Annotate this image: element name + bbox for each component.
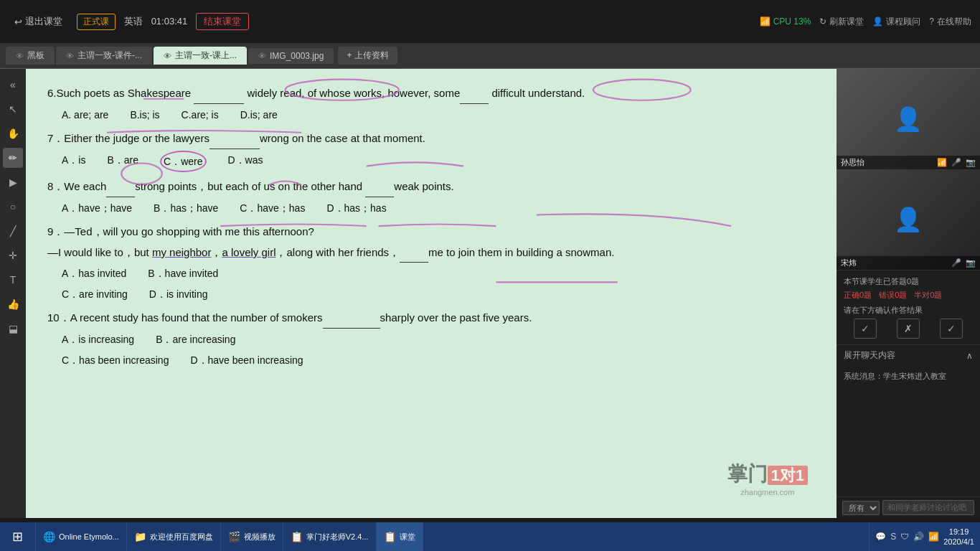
tab-image[interactable]: 👁 IMG_0003.jpg (248, 48, 334, 64)
line-tool-button[interactable]: ╱ (3, 221, 23, 241)
tab-lesson[interactable]: 👁 主谓一致-课上... (154, 47, 247, 65)
left-toolbar: « ↖ ✋ ✏ ▶ ○ ╱ ✛ T 👍 ⬓ (0, 69, 26, 518)
collapse-tool-button[interactable]: « (3, 75, 23, 95)
q10-opt-b: B．are increasing (156, 330, 235, 349)
hand-tool-button[interactable]: ✋ (3, 123, 23, 143)
q10-text: 10．A recent study has found that the num… (47, 308, 815, 329)
end-class-button[interactable]: 结束课堂 (196, 13, 249, 30)
chat-recipient-select[interactable]: 所有 (842, 501, 880, 515)
tab-ppt1[interactable]: 👁 主谓一致-课件-... (56, 47, 152, 65)
q6-opt-b: B.is; is (130, 105, 159, 125)
baidu-icon: 📁 (134, 531, 146, 542)
cursor-tool-button[interactable]: ↖ (3, 99, 23, 119)
tray-time: 19:19 2020/4/1 (943, 527, 974, 547)
q6-options: A. are; are B.is; is C.are; is D.is; are (62, 105, 815, 125)
sougou-icon[interactable]: S (890, 532, 896, 542)
text-tool-button[interactable]: T (3, 270, 23, 290)
mic-icon-student[interactable]: 🎤 (951, 258, 961, 268)
question-9: 9．—Ted，will you go shopping with me this… (47, 222, 815, 303)
network-icon[interactable]: 📶 (928, 532, 939, 542)
q6-opt-a: A. are; are (62, 105, 108, 125)
teacher-video: 👤 孙思怡 📶 🎤 📷 (837, 69, 980, 169)
confirm-half-button[interactable]: ✓ (940, 319, 963, 339)
tab-eye-icon-1: 👁 (66, 52, 74, 60)
move-tool-button[interactable]: ✛ (3, 245, 23, 265)
confirm-correct-button[interactable]: ✓ (854, 319, 877, 339)
student-video-placeholder: 👤 (837, 169, 980, 270)
doc-content: 6.Such poets as Shakespeare widely read,… (47, 83, 815, 369)
signal-icon: 📶 (760, 17, 771, 27)
formal-badge: 正式课 (77, 14, 116, 30)
exit-label: 退出课堂 (25, 15, 62, 28)
q8-opt-b: B．has；have (154, 199, 218, 218)
correct-count: 正确0题 (844, 290, 872, 301)
cam-icon-student[interactable]: 📷 (966, 258, 976, 268)
pen-tool-button[interactable]: ✏ (3, 148, 23, 168)
expand-chat-button[interactable]: 展开聊天内容 ∧ (837, 344, 980, 366)
taskbar-tray: 💬 S 🛡 🔊 📶 19:19 2020/4/1 (869, 522, 980, 551)
q8-opt-c: C．have；has (240, 199, 305, 218)
help-label: 在线帮助 (937, 16, 971, 28)
upload-button[interactable]: + 上传资料 (338, 47, 397, 65)
wechat-icon[interactable]: 💬 (875, 532, 886, 542)
etymolo-icon: 🌐 (43, 531, 55, 542)
chat-input[interactable]: 和同学老师讨论讨论吧 (882, 500, 974, 515)
refresh-button[interactable]: ↻ 刷新课堂 (819, 16, 864, 28)
correct-label: 正确0题 (844, 291, 872, 299)
tabs-bar: 👁 黑板 👁 主谓一致-课件-... 👁 主谓一致-课上... 👁 IMG_00… (0, 43, 980, 69)
q9-opt-d: D．is inviting (149, 285, 208, 304)
watermark-url: zhangmen.com (727, 488, 808, 496)
taskbar-item-classroom[interactable]: 📋 课堂 (377, 522, 423, 551)
advisor-button[interactable]: 👤 课程顾问 (872, 16, 920, 28)
shape-tool-button[interactable]: ○ (3, 197, 23, 217)
start-button[interactable]: ⊞ (0, 522, 36, 551)
watermark: 掌门1对1 zhangmen.com (727, 461, 808, 496)
taskbar-item-etymolo[interactable]: 🌐 Online Etymolo... (36, 522, 127, 551)
cam-icon-teacher[interactable]: 📷 (966, 158, 976, 167)
mic-icon-teacher[interactable]: 🎤 (951, 158, 961, 167)
tab-eye-icon-3: 👁 (258, 52, 266, 60)
q7-opt-c: C．were (160, 151, 206, 173)
taskbar-item-video[interactable]: 🎬 视频播放 (221, 522, 283, 551)
classroom-icon: 📋 (384, 531, 396, 542)
taskbar-item-zhangmen[interactable]: 📋 掌门好老师V2.4... (283, 522, 377, 551)
tab-blackboard[interactable]: 👁 黑板 (6, 47, 55, 65)
tray-clock: 19:19 (943, 527, 974, 537)
student-video: 👤 宋炜 🎤 📷 (837, 169, 980, 270)
taskbar: ⊞ 🌐 Online Etymolo... 📁 欢迎使用百度网盘 🎬 视频播放 … (0, 522, 980, 551)
exit-icon: ↩ (14, 17, 22, 27)
half-label: 半对0题 (914, 291, 942, 299)
half-count: 半对0题 (914, 290, 942, 301)
antivirus-icon[interactable]: 🛡 (900, 532, 909, 542)
q8-text: 8．We eachstrong points，but each of us on… (47, 176, 815, 197)
q10-opt-c: C．has been increasing (62, 351, 169, 370)
q6-opt-d: D.is; are (240, 105, 278, 125)
q9-text1: 9．—Ted，will you go shopping with me this… (47, 222, 815, 242)
stats-row: 正确0题 错误0题 半对0题 (844, 290, 973, 301)
arrow-tool-button[interactable]: ▶ (3, 172, 23, 192)
question-6: 6.Such poets as Shakespeare widely read,… (47, 83, 815, 124)
help-icon: ? (929, 17, 934, 27)
q7-options: A．is B．are C．were D．was (62, 151, 815, 173)
confirm-wrong-button[interactable]: ✗ (897, 319, 920, 339)
taskbar-items: 🌐 Online Etymolo... 📁 欢迎使用百度网盘 🎬 视频播放 📋 … (36, 522, 869, 551)
chat-footer: 所有 和同学老师讨论讨论吧 (837, 496, 980, 518)
q8-opt-a: A．have；have (62, 199, 132, 218)
volume-icon[interactable]: 🔊 (913, 532, 924, 542)
q10-options1: A．is increasing B．are increasing (62, 330, 815, 349)
taskbar-item-baidu[interactable]: 📁 欢迎使用百度网盘 (127, 522, 221, 551)
layers-tool-button[interactable]: ⬓ (3, 319, 23, 339)
exit-button[interactable]: ↩ 退出课堂 (9, 12, 68, 31)
tab-label-3: IMG_0003.jpg (270, 51, 324, 61)
confirm-buttons: ✓ ✗ ✓ (844, 319, 973, 339)
help-button[interactable]: ? 在线帮助 (929, 16, 971, 28)
start-icon: ⊞ (12, 529, 23, 545)
like-tool-button[interactable]: 👍 (3, 294, 23, 314)
tab-eye-icon-2: 👁 (164, 52, 171, 60)
q7-opt-b: B．are (107, 151, 138, 173)
q9-opt-c: C．are inviting (62, 285, 128, 304)
teacher-video-icons: 📶 🎤 📷 (937, 158, 976, 167)
main-area: « ↖ ✋ ✏ ▶ ○ ╱ ✛ T 👍 ⬓ 6.Such poets as Sh… (0, 69, 980, 518)
zhangmen-icon: 📋 (291, 531, 303, 542)
tab-label-0: 黑板 (27, 50, 44, 62)
